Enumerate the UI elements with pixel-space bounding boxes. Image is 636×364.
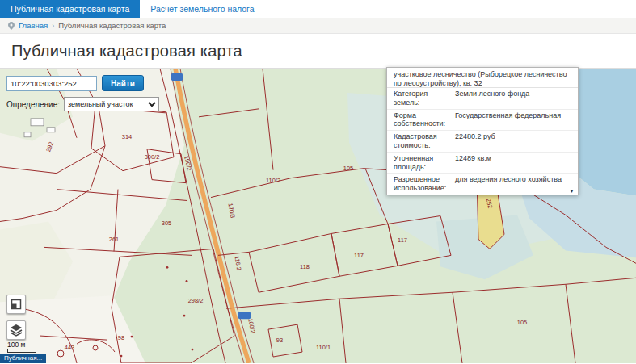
map-scale: 100 м [7,341,36,353]
info-row-specified-area: Уточненная площадь: 12489 кв.м [387,153,578,174]
info-label: Уточненная площадь: [387,153,453,174]
info-value: для ведения лесного хозяйства [453,174,578,195]
parcel-label: 298/2 [188,297,204,304]
parcel-label: 117 [354,252,364,259]
info-row-permitted-use: Разрешенное использование: для ведения л… [387,174,578,195]
panel-scroll-down-icon[interactable]: ▼ [569,188,575,194]
info-label: Форма собственности: [387,110,453,131]
road-sign-badge [171,73,183,81]
parcel-label: 93 [276,337,283,344]
layers-icon [10,324,23,337]
definition-filter-row: Определение: земельный участок [6,97,159,111]
parcel-label: 117 [398,236,407,244]
location-pin-icon [8,22,15,30]
info-label: Кадастровая стоимость: [387,131,453,152]
definition-select[interactable]: земельный участок [64,97,159,111]
breadcrumb-home-link[interactable]: Главная [19,21,48,30]
map-area: 292 314 300/2 190/2 305 261 298/2 110/2 … [0,68,636,363]
tab-land-tax-calculator[interactable]: Расчет земельного налога [140,0,264,18]
breadcrumb-separator-icon: › [52,22,54,30]
page-title: Публичная кадастровая карта [11,42,625,61]
info-value: Земли лесного фонда [453,88,578,109]
status-strip: Публичная... [0,354,46,363]
parcel-label: 305 [162,220,171,227]
parcel-label: 443 [65,344,74,351]
search-box: Найти [6,75,144,91]
scale-label: 100 м [7,341,25,349]
parcel-label: 314 [122,133,132,140]
parcel-label: 110/1 [316,344,331,351]
top-tabs-bar: Публичная кадастровая карта Расчет земел… [0,0,636,18]
map-layers-button[interactable] [6,320,26,340]
tab-public-cadastral-map[interactable]: Публичная кадастровая карта [0,0,140,18]
parcel-label: 105 [517,319,527,326]
info-row-land-category: Категория земель: Земли лесного фонда [387,88,578,110]
info-value: 12489 кв.м [453,153,578,174]
find-button[interactable]: Найти [102,75,144,91]
parcel-label: 118 [300,263,310,270]
parcel-label: 105 [343,165,353,172]
parcel-label: 261 [109,236,119,243]
panel-clipped-header: участковое лесничество (Рыборецкое лесни… [387,68,578,88]
extent-icon [11,299,22,310]
definition-label: Определение: [6,100,60,109]
info-value: Государственная федеральная [453,110,578,131]
info-row-ownership-form: Форма собственности: Государственная фед… [387,110,578,132]
parcel-label: 98 [118,334,124,341]
parcel-info-panel: участковое лесничество (Рыборецкое лесни… [386,67,579,195]
cadastral-number-input[interactable] [6,76,97,91]
road-sign-badge [238,312,251,319]
info-label: Категория земель: [387,88,453,109]
parcel-label: 110/2 [266,177,280,184]
scale-bar [7,349,36,353]
info-label: Разрешенное использование: [387,174,453,195]
info-row-cadastral-value: Кадастровая стоимость: 22480.2 руб [387,131,578,153]
breadcrumb-current: Публичная кадастровая карта [58,21,166,30]
map-extent-button[interactable] [6,295,26,314]
parcel-label: 300/2 [145,153,160,161]
breadcrumb: Главная › Публичная кадастровая карта [0,18,636,34]
info-value: 22480.2 руб [453,131,578,152]
title-row: Публичная кадастровая карта [0,34,636,68]
